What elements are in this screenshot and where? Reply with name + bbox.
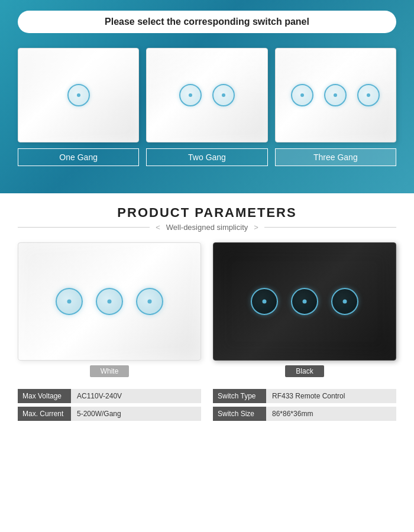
divider-right — [264, 227, 396, 228]
variant-white[interactable]: White — [18, 242, 201, 377]
spec-val-voltage: AC110V-240V — [71, 389, 201, 403]
touch-button-1[interactable] — [67, 84, 90, 106]
touch-button-1[interactable] — [179, 84, 202, 106]
spec-table: Max Voltage AC110V-240V Max. Current 5-2… — [18, 389, 396, 421]
params-subtitle: Well-designed simplicity — [166, 223, 248, 232]
params-title: PRODUCT PARAMETERS — [18, 205, 396, 220]
divider-left — [18, 227, 150, 228]
touch-btn-lg-3[interactable] — [136, 288, 163, 315]
panel-label-two-gang[interactable]: Two Gang — [146, 148, 267, 166]
spec-row-current: Max. Current 5-200W/Gang — [18, 407, 201, 421]
touch-btn-lg-dark-3[interactable] — [331, 288, 358, 315]
variant-black[interactable]: Black — [213, 242, 396, 377]
variants-row: White Black — [18, 242, 396, 377]
spec-key-voltage: Max Voltage — [18, 389, 71, 403]
panels-row: One Gang Two Gang Three Gang — [18, 48, 396, 166]
spec-right-col: Switch Type RF433 Remote Control Switch … — [213, 389, 396, 421]
touch-btn-lg-dark-1[interactable] — [251, 288, 278, 315]
panel-label-one-gang[interactable]: One Gang — [18, 148, 139, 166]
arrow-right: > — [254, 223, 258, 232]
spec-key-current: Max. Current — [18, 407, 71, 421]
touch-btn-lg-1[interactable] — [56, 288, 83, 315]
switch-panel-three-gang[interactable] — [275, 48, 396, 142]
spec-key-type: Switch Type — [213, 389, 266, 403]
variant-panel-black[interactable] — [213, 242, 396, 361]
panel-item-three-gang[interactable]: Three Gang — [275, 48, 396, 166]
switch-panel-two-gang[interactable] — [146, 48, 267, 142]
spec-left-col: Max Voltage AC110V-240V Max. Current 5-2… — [18, 389, 201, 421]
header-text: Please select the corresponding switch p… — [105, 17, 309, 27]
spec-row-size: Switch Size 86*86*36mm — [213, 407, 396, 421]
touch-button-2[interactable] — [212, 84, 235, 106]
touch-button-1[interactable] — [291, 84, 313, 106]
white-badge: White — [90, 365, 130, 377]
params-heading: PRODUCT PARAMETERS — [18, 205, 396, 220]
header-pill: Please select the corresponding switch p… — [18, 11, 396, 33]
spec-val-type: RF433 Remote Control — [266, 389, 396, 403]
panel-label-three-gang[interactable]: Three Gang — [275, 148, 396, 166]
spec-val-size: 86*86*36mm — [266, 407, 396, 421]
switch-panel-one-gang[interactable] — [18, 48, 139, 142]
variant-panel-white[interactable] — [18, 242, 201, 361]
black-badge: Black — [285, 365, 324, 377]
touch-button-2[interactable] — [324, 84, 347, 106]
top-section: Please select the corresponding switch p… — [0, 0, 414, 193]
params-divider-row: < Well-designed simplicity > — [18, 223, 396, 232]
bottom-section: PRODUCT PARAMETERS < Well-designed simpl… — [0, 193, 414, 433]
spec-val-current: 5-200W/Gang — [71, 407, 201, 421]
spec-key-size: Switch Size — [213, 407, 266, 421]
arrow-left: < — [156, 223, 160, 232]
touch-btn-lg-dark-2[interactable] — [291, 288, 318, 315]
spec-row-voltage: Max Voltage AC110V-240V — [18, 389, 201, 403]
touch-button-3[interactable] — [357, 84, 380, 106]
panel-item-one-gang[interactable]: One Gang — [18, 48, 139, 166]
spec-row-type: Switch Type RF433 Remote Control — [213, 389, 396, 403]
touch-btn-lg-2[interactable] — [96, 288, 123, 315]
panel-item-two-gang[interactable]: Two Gang — [146, 48, 267, 166]
